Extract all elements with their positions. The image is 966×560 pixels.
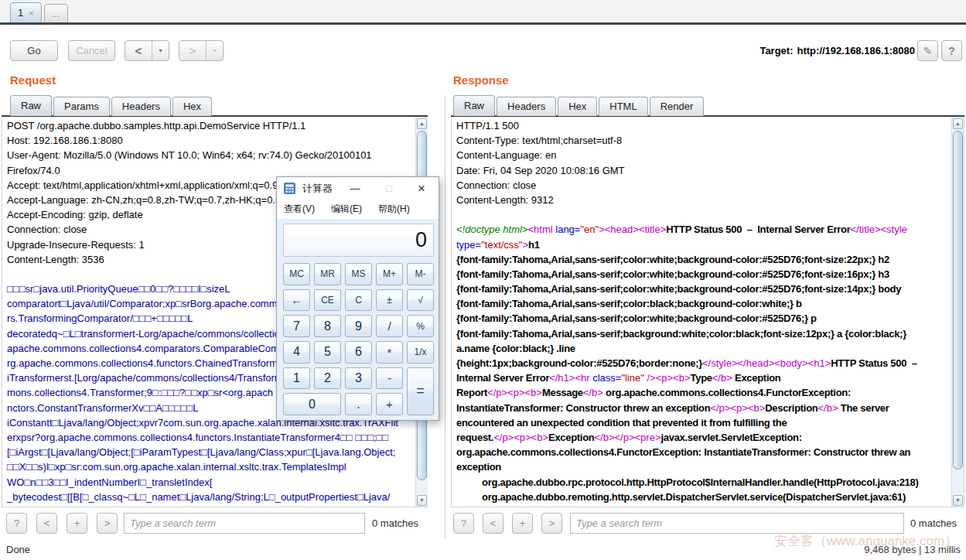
request-body-line: WO□n□□3□□I_indentNumberI□_transletIndex[ <box>7 476 427 491</box>
calc-button-divide[interactable]: / <box>376 315 403 337</box>
tab-render[interactable]: Render <box>650 97 705 116</box>
calc-button-digit-1[interactable]: 1 <box>283 367 310 390</box>
calc-button-multiply[interactable]: * <box>376 341 403 364</box>
request-search-next-button[interactable]: > <box>97 513 118 534</box>
tab-hex[interactable]: Hex <box>558 97 597 116</box>
repeater-tab[interactable]: ... <box>44 4 68 22</box>
response-body-line: {height:1px;background-color:#525D76;bor… <box>456 357 964 372</box>
request-search-prev-button[interactable]: < <box>36 513 57 534</box>
calc-button-equals[interactable]: = <box>407 367 434 415</box>
response-panel-title: Response <box>453 73 509 87</box>
cancel-button[interactable]: Cancel <box>68 40 115 61</box>
go-button[interactable]: Go <box>10 40 58 61</box>
response-scrollbar-thumb[interactable] <box>953 131 963 470</box>
pencil-icon: ✎ <box>923 45 933 57</box>
menu-item-h[interactable]: 帮助(H) <box>378 203 410 216</box>
response-search-input[interactable] <box>570 513 904 534</box>
calculator-icon <box>284 183 295 194</box>
response-search-matches: 0 matches <box>910 517 957 529</box>
menu-item-v[interactable]: 查看(V) <box>284 203 315 216</box>
tab-headers[interactable]: Headers <box>497 97 556 116</box>
request-search-input[interactable] <box>124 513 365 534</box>
response-search-prev-button[interactable]: < <box>483 513 503 534</box>
calc-button-decimal[interactable]: . <box>345 393 372 415</box>
status-metrics: 9,468 bytes | 13 millis <box>864 544 961 555</box>
calc-button-memory-recall[interactable]: MR <box>314 263 341 285</box>
calc-button-digit-9[interactable]: 9 <box>345 315 372 337</box>
request-search-help-button[interactable]: ? <box>6 513 27 534</box>
response-header-line: Content-Language: en <box>456 149 964 164</box>
tab-headers[interactable]: Headers <box>111 97 171 116</box>
repeater-tab[interactable]: 1× <box>10 2 42 22</box>
response-scrollbar[interactable]: ▲ ▼ <box>951 118 964 507</box>
response-header-line: Content-Type: text/html;charset=utf-8 <box>456 135 964 149</box>
minimize-icon[interactable]: — <box>340 177 370 200</box>
response-body-line: javax.servlet.http.HttpServlet.service(H… <box>456 506 964 507</box>
calc-button-backspace[interactable]: ← <box>283 289 310 312</box>
calc-button-memory-clear[interactable]: MC <box>283 263 310 285</box>
calc-button-digit-7[interactable]: 7 <box>283 315 310 337</box>
calc-button-reciprocal[interactable]: 1/x <box>407 341 434 364</box>
calc-button-memory-store[interactable]: MS <box>345 263 372 285</box>
tab-raw[interactable]: Raw <box>10 95 52 116</box>
main-tab-bar: 1×... <box>0 0 966 22</box>
calc-button-negate[interactable]: ± <box>376 289 403 312</box>
calc-button-digit-8[interactable]: 8 <box>314 315 341 337</box>
calculator-display: 0 <box>283 224 434 257</box>
calc-button-memory-subtract[interactable]: M- <box>407 263 434 285</box>
tab-close-icon[interactable]: × <box>29 9 33 18</box>
calc-button-memory-add[interactable]: M+ <box>376 263 403 285</box>
scroll-up-icon[interactable]: ▲ <box>417 118 427 129</box>
history-forward-button[interactable]: > <box>179 41 207 60</box>
panel-splitter[interactable] <box>445 95 445 538</box>
response-body-line: <!doctype html><html lang="en"><head><ti… <box>456 224 964 238</box>
calc-keypad: MCMRMSM+M-←CEC±√789/%456*1/x123-=0.+ <box>283 263 434 415</box>
calc-button-add[interactable]: + <box>376 393 403 415</box>
tab-params[interactable]: Params <box>53 97 110 116</box>
calc-button-square-root[interactable]: √ <box>407 289 434 312</box>
calc-button-subtract[interactable]: - <box>376 367 403 390</box>
response-search-add-button[interactable]: + <box>512 513 533 534</box>
blank-line <box>456 209 964 224</box>
tab-html[interactable]: HTML <box>599 97 647 116</box>
scroll-down-icon[interactable]: ▼ <box>953 495 963 506</box>
calc-button-digit-0[interactable]: 0 <box>283 393 341 415</box>
tab-underline <box>0 22 966 25</box>
response-search-help-button[interactable]: ? <box>453 513 474 534</box>
response-search-next-button[interactable]: > <box>541 513 562 534</box>
target-display: Target: http://192.168.186.1:8080 <box>759 40 915 61</box>
history-forward-dropdown-icon[interactable]: ▼ <box>207 41 223 60</box>
scroll-up-icon[interactable]: ▲ <box>953 118 963 129</box>
calc-button-clear-entry[interactable]: CE <box>314 289 341 312</box>
tab-hex[interactable]: Hex <box>172 97 212 116</box>
response-body-line: Internal Server Error</h1><hr class="lin… <box>456 372 964 387</box>
calc-button-digit-5[interactable]: 5 <box>314 341 341 364</box>
history-back-button[interactable]: < <box>125 41 152 60</box>
calc-button-clear[interactable]: C <box>345 289 372 312</box>
response-body-line: a.name {color:black;} .line <box>456 343 964 357</box>
history-back-dropdown-icon[interactable]: ▼ <box>152 41 169 60</box>
calc-button-digit-3[interactable]: 3 <box>345 367 372 390</box>
calculator-menubar: 查看(V)编辑(E)帮助(H) <box>277 200 439 219</box>
target-url: http://192.168.186.1:8080 <box>797 45 915 56</box>
calc-button-digit-2[interactable]: 2 <box>314 367 341 390</box>
tab-raw[interactable]: Raw <box>453 95 495 116</box>
maximize-icon: □ <box>374 177 404 200</box>
close-icon[interactable]: × <box>406 177 437 200</box>
edit-target-button[interactable]: ✎ <box>917 40 938 61</box>
help-button[interactable]: ? <box>941 40 962 61</box>
response-body-line: InstantiateTransformer: Constructor thre… <box>456 402 964 417</box>
request-search-add-button[interactable]: + <box>67 513 87 534</box>
calculator-titlebar[interactable]: 计算器 — □ × <box>277 177 439 200</box>
response-editor[interactable]: HTTP/1.1 500Content-Type: text/html;char… <box>451 117 964 507</box>
response-body-line: Report</p><p><b>Message</b> org.apache.c… <box>456 387 964 401</box>
response-body-line: type="text/css">h1 <box>456 239 964 254</box>
scroll-down-icon[interactable]: ▼ <box>417 495 427 506</box>
response-body-line: encountered an unexpected condition that… <box>456 417 964 432</box>
menu-item-e[interactable]: 编辑(E) <box>331 203 362 216</box>
calc-button-digit-4[interactable]: 4 <box>283 341 310 364</box>
request-body-line: erxpsr?org.apache.commons.collections4.f… <box>7 432 427 446</box>
calc-button-percent[interactable]: % <box>407 315 434 337</box>
calculator-window[interactable]: 计算器 — □ × 查看(V)编辑(E)帮助(H) 0 MCMRMSM+M-←C… <box>276 176 439 421</box>
calc-button-digit-6[interactable]: 6 <box>345 341 372 364</box>
